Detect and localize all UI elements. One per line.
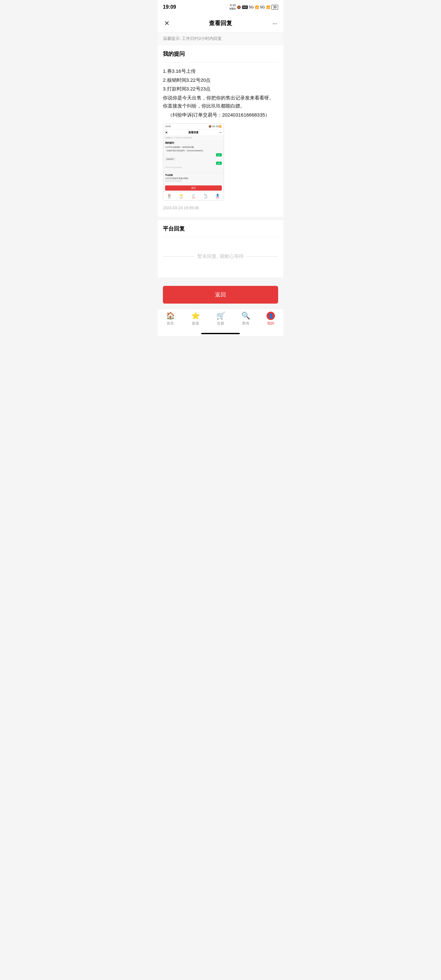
header: ✕ 查看回复 ··· [158,14,283,32]
hd-icon: HD [242,5,248,9]
search-icon: 🔍 [241,312,250,320]
question-line-5: （纠纷申诉|订单交易号：2024031616668335） [163,111,278,119]
section-divider [163,62,278,62]
mini-content: 我的提问 3.22号20点核销的，有码没有问题。 （纠纷申诉|订单交易号：202… [163,140,224,173]
tip-bar: 温馨提示: 工作日约2小时内回复 [158,32,283,45]
nav-mine[interactable]: 👤 我的 [261,312,280,326]
question-line-3: 3.打款时间3.22号23点 [163,85,278,93]
nav-search[interactable]: 🔍 查询 [236,312,255,326]
battery-icon: 39 [271,5,278,10]
page-title: 查看回复 [209,19,232,27]
status-time: 19:09 [163,4,176,10]
status-icons: 0.10KB/s 🔕 HD 5G 📶 5G 📶 39 [229,3,278,11]
mini-status: 19:02 🔕 HD 5G📶 [163,124,224,129]
bottom-nav: 🏠 首页 ⭐ 发现 🛒 交易 🔍 查询 👤 我的 [158,309,283,331]
mini-header: ✕ 查看回复 ··· [163,129,224,136]
signal-bars: 📶 [266,5,270,9]
mini-platform-reply: 平台回复 今天才出售的不是我们帮的 2024-03-23 19:20:58 [163,173,224,184]
close-button[interactable]: ✕ [163,18,171,28]
signal-icon: 📶 [255,5,259,9]
network-speed: 0.10KB/s [229,3,236,11]
question-line-4: 你说你是今天出售，你把你的售出记录发来看看呀。你直接发个纠纷，你比玖玖都能白嫖。 [163,94,278,110]
tip-text: 温馨提示: 工作日约2小时内回复 [163,36,222,41]
platform-reply-section: 平台回复 暂未回复, 请耐心等待 [158,220,283,277]
home-icon: 🏠 [166,312,175,320]
question-line-2: 2.核销时间3.22号20点 [163,76,278,84]
platform-reply-title: 平台回复 [163,225,278,232]
mini-bottom-nav: 🏠 首页 ⭐ 发现 🛒 交易 🔍 查询 👤 我的 [163,192,224,200]
mine-label: 我的 [267,321,274,326]
discover-label: 发现 [192,321,199,326]
search-label: 查询 [242,321,249,326]
home-indicator-bar [201,333,240,334]
trade-label: 交易 [217,321,224,326]
question-timestamp: 2024-03-24 19:09:08 [163,206,278,210]
network-5g: 5G [249,5,254,9]
nav-trade[interactable]: 🛒 交易 [211,312,230,326]
signal-5g-2: 5G [260,5,265,9]
no-reply-text: 暂未回复, 请耐心等待 [197,253,244,259]
mini-return-btn: 返回 [165,185,222,191]
platform-divider [163,237,278,237]
screenshot-thumbnail: 19:02 🔕 HD 5G📶 ✕ 查看回复 ··· 温馨提示:工作日约2小时内回… [163,123,224,200]
return-section: 返回 [158,281,283,309]
my-question-title: 我的提问 [163,50,278,57]
discover-icon: ⭐ [191,312,200,320]
my-question-section: 我的提问 1.券3.16号上传 2.核销时间3.22号20点 3.打款时间3.2… [158,45,283,217]
no-reply-area: 暂未回复, 请耐心等待 [163,244,278,272]
avatar-person: 👤 [268,313,274,318]
avatar-icon: 👤 [266,312,275,320]
mini-chat-bubbles: 你好 你发纠纷了 是的 [165,153,222,165]
status-bar: 19:09 0.10KB/s 🔕 HD 5G 📶 5G 📶 39 [158,0,283,14]
more-button[interactable]: ··· [271,18,278,28]
nav-discover[interactable]: ⭐ 发现 [186,312,205,326]
mute-icon: 🔕 [237,5,241,9]
trade-icon: 🛒 [217,312,225,320]
return-button[interactable]: 返回 [163,286,278,304]
nav-home[interactable]: 🏠 首页 [161,312,180,326]
home-label: 首页 [167,321,174,326]
question-line-1: 1.券3.16号上传 [163,67,278,75]
home-indicator [158,331,283,336]
question-content: 1.券3.16号上传 2.核销时间3.22号20点 3.打款时间3.22号23点… [163,67,278,119]
mini-tip: 温馨提示:工作日约2小时内回复 [163,136,224,140]
